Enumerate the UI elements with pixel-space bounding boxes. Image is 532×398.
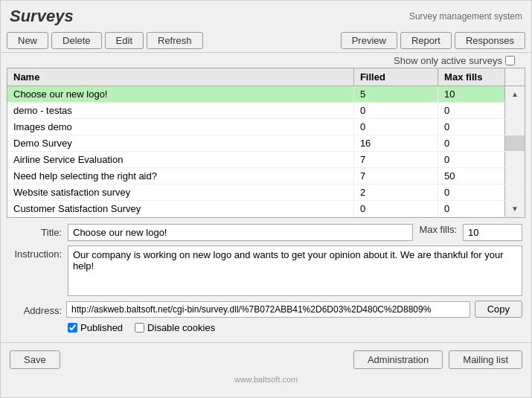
table-row[interactable]: Website satisfaction survey20	[7, 184, 525, 201]
copyright: www.baltsoft.com	[1, 373, 531, 385]
instruction-input[interactable]	[68, 245, 522, 296]
table-row[interactable]: Choose our new logo!510▲	[7, 86, 525, 103]
table-row[interactable]: Customer Satisfaction Survey00▼	[7, 201, 525, 217]
scroll-cell: ▼	[505, 201, 525, 217]
mailing-list-button[interactable]: Mailing list	[449, 350, 522, 369]
instruction-label: Instruction:	[10, 245, 62, 260]
edit-button[interactable]: Edit	[105, 32, 144, 49]
maxfills-input[interactable]	[463, 224, 522, 241]
table-cell-maxfills: 50	[438, 168, 505, 184]
address-label: Address:	[10, 302, 62, 316]
published-checkbox-label[interactable]: Published	[68, 322, 123, 333]
col-maxfills: Max fills	[438, 68, 505, 86]
table-row[interactable]: Need help selecting the right aid?750	[7, 168, 525, 184]
table-cell-maxfills: 0	[438, 135, 505, 152]
preview-button[interactable]: Preview	[341, 32, 397, 49]
table-cell-name: Choose our new logo!	[7, 86, 353, 103]
table-cell-filled: 5	[353, 86, 438, 103]
table-cell-filled: 7	[353, 152, 438, 168]
scroll-col	[505, 68, 525, 86]
title-label: Title:	[10, 224, 62, 238]
table-cell-maxfills: 10	[438, 86, 505, 103]
refresh-button[interactable]: Refresh	[147, 32, 203, 49]
col-filled: Filled	[353, 68, 438, 86]
save-button[interactable]: Save	[10, 350, 60, 369]
scroll-cell	[505, 152, 525, 168]
table-cell-name: Demo Survey	[7, 135, 353, 152]
active-filter-label: Show only active surveys	[394, 55, 502, 66]
table-cell-maxfills: 0	[438, 201, 505, 217]
table-cell-filled: 0	[353, 201, 438, 217]
copy-button[interactable]: Copy	[475, 301, 522, 318]
scroll-cell	[505, 184, 525, 201]
administration-button[interactable]: Administration	[353, 350, 443, 369]
disable-cookies-checkbox[interactable]	[135, 323, 144, 333]
table-row[interactable]: Images demo00	[7, 119, 525, 135]
table-row[interactable]: demo - testas00	[7, 103, 525, 119]
table-cell-filled: 7	[353, 168, 438, 184]
app-title: Surveys	[10, 7, 74, 26]
table-cell-filled: 2	[353, 184, 438, 201]
table-cell-name: Airline Service Evaluation	[7, 152, 353, 168]
scroll-cell	[505, 168, 525, 184]
disable-cookies-checkbox-label[interactable]: Disable cookies	[135, 322, 215, 333]
table-cell-name: Customer Satisfaction Survey	[7, 201, 353, 217]
maxfills-label: Max fills:	[419, 224, 457, 235]
scroll-cell	[505, 103, 525, 119]
delete-button[interactable]: Delete	[51, 32, 102, 49]
table-cell-maxfills: 0	[438, 152, 505, 168]
table-cell-filled: 0	[353, 119, 438, 135]
table-cell-maxfills: 0	[438, 119, 505, 135]
table-row[interactable]: Airline Service Evaluation70	[7, 152, 525, 168]
table-row[interactable]: Demo Survey160	[7, 135, 525, 152]
new-button[interactable]: New	[7, 32, 48, 49]
report-button[interactable]: Report	[400, 32, 452, 49]
table-cell-name: Need help selecting the right aid?	[7, 168, 353, 184]
table-cell-name: Website satisfaction survey	[7, 184, 353, 201]
scroll-cell	[505, 135, 525, 152]
table-cell-filled: 16	[353, 135, 438, 152]
title-input[interactable]	[68, 224, 413, 241]
published-checkbox[interactable]	[68, 323, 77, 333]
table-cell-name: Images demo	[7, 119, 353, 135]
scroll-cell	[505, 119, 525, 135]
divider	[1, 342, 531, 343]
active-filter-checkbox[interactable]	[505, 56, 515, 65]
disable-cookies-label: Disable cookies	[147, 322, 215, 333]
address-input[interactable]	[66, 301, 470, 318]
app-subtitle: Survey management system	[409, 11, 522, 22]
col-name: Name	[7, 68, 353, 86]
table-cell-maxfills: 0	[438, 103, 505, 119]
published-label: Published	[80, 322, 123, 333]
scroll-cell: ▲	[505, 86, 525, 103]
table-cell-name: demo - testas	[7, 103, 353, 119]
responses-button[interactable]: Responses	[455, 32, 525, 49]
table-cell-maxfills: 0	[438, 184, 505, 201]
table-cell-filled: 0	[353, 103, 438, 119]
